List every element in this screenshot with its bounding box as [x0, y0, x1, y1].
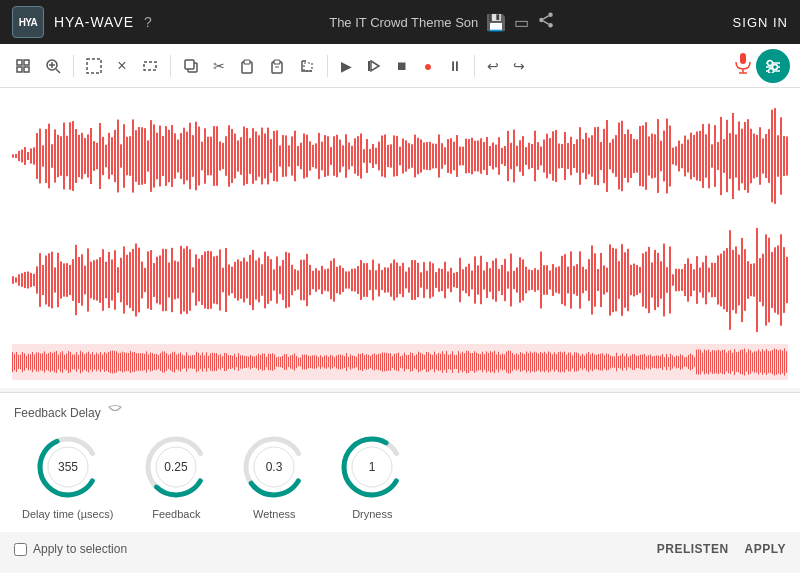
copy-button[interactable] [178, 52, 204, 80]
waveform-track-top[interactable] [12, 96, 788, 216]
dryness-label: Dryness [352, 508, 392, 520]
apply-button[interactable]: APPLY [745, 542, 786, 556]
track-title: The IT Crowd Theme Son [329, 15, 478, 30]
svg-rect-6 [24, 60, 29, 65]
select-region-button[interactable] [137, 52, 163, 80]
knob-dryness: 1 Dryness [337, 432, 407, 520]
waveform-container [0, 88, 800, 388]
svg-line-10 [56, 69, 60, 73]
svg-point-1 [540, 18, 545, 23]
dryness-knob[interactable]: 1 [337, 432, 407, 502]
zoom-in-button[interactable] [40, 52, 66, 80]
help-icon[interactable]: ? [144, 14, 152, 30]
svg-rect-13 [87, 59, 101, 73]
apply-to-selection-label: Apply to selection [33, 542, 127, 556]
microphone-button[interactable] [734, 52, 752, 79]
svg-text:0.25: 0.25 [165, 460, 189, 474]
share-icon[interactable] [537, 11, 555, 33]
feedback-label: Feedback [152, 508, 200, 520]
waveform-track-bottom[interactable] [12, 220, 788, 340]
crop-button[interactable] [294, 52, 320, 80]
apply-to-selection-checkbox[interactable] [14, 543, 27, 556]
divider-4 [474, 55, 475, 77]
svg-rect-20 [274, 60, 280, 64]
sign-in-button[interactable]: SIGN IN [733, 15, 788, 30]
knob-feedback: 0.25 Feedback [141, 432, 211, 520]
divider-2 [170, 55, 171, 77]
export-icon[interactable]: ▭ [514, 13, 529, 32]
svg-text:0.3: 0.3 [266, 460, 283, 474]
redo-button[interactable]: ↪ [508, 52, 530, 80]
play-selection-button[interactable] [361, 52, 387, 80]
svg-point-2 [549, 23, 554, 28]
pause-button[interactable]: ⏸ [443, 52, 467, 80]
knobs-row: 355 Delay time (µsecs) 0.25 Feedback 0.3… [14, 432, 786, 520]
apply-to-selection-row: Apply to selection [14, 542, 127, 556]
waveform-overview[interactable] [12, 344, 788, 380]
header-right: SIGN IN [733, 15, 788, 30]
select-all-button[interactable] [81, 52, 107, 80]
svg-rect-25 [740, 53, 746, 64]
prelisten-button[interactable]: PRELISTEN [657, 542, 729, 556]
record-button[interactable]: ● [417, 52, 439, 80]
paste-button[interactable] [234, 52, 260, 80]
action-buttons: PRELISTEN APPLY [657, 542, 786, 556]
panel-title: Feedback Delay [14, 403, 786, 422]
svg-rect-7 [17, 67, 22, 72]
app-name: HYA-WAVE [54, 14, 134, 30]
svg-point-33 [769, 68, 774, 73]
wetness-label: Wetness [253, 508, 296, 520]
undo-button[interactable]: ↩ [482, 52, 504, 80]
zoom-out-button[interactable] [10, 52, 36, 80]
logo-box: HYA [12, 6, 44, 38]
svg-rect-5 [17, 60, 22, 65]
wetness-knob[interactable]: 0.3 [239, 432, 309, 502]
delay-time-knob[interactable]: 355 [33, 432, 103, 502]
panel-title-text: Feedback Delay [14, 406, 101, 420]
svg-line-4 [544, 16, 549, 19]
play-button[interactable]: ▶ [335, 52, 357, 80]
eq-button[interactable] [756, 49, 790, 83]
logo-text: HYA [19, 17, 38, 28]
svg-line-3 [544, 21, 549, 24]
deselect-button[interactable]: × [111, 52, 133, 80]
svg-rect-8 [24, 67, 29, 72]
toolbar: × ✂ ▶ ⏹ ● ⏸ ↩ ↪ [0, 44, 800, 88]
svg-rect-16 [185, 60, 194, 69]
paste2-button[interactable] [264, 52, 290, 80]
header: HYA HYA-WAVE ? The IT Crowd Theme Son 💾 … [0, 0, 800, 44]
header-center: The IT Crowd Theme Son 💾 ▭ [329, 11, 555, 33]
divider-3 [327, 55, 328, 77]
divider-1 [73, 55, 74, 77]
cut-button[interactable]: ✂ [208, 52, 230, 80]
delay-time-label: Delay time (µsecs) [22, 508, 113, 520]
svg-point-0 [549, 13, 554, 18]
svg-rect-14 [144, 62, 156, 70]
stop-button[interactable]: ⏹ [391, 52, 413, 80]
bottom-bar: Apply to selection PRELISTEN APPLY [0, 532, 800, 562]
knob-wetness: 0.3 Wetness [239, 432, 309, 520]
effects-panel: Feedback Delay 355 Delay time (µsecs) 0.… [0, 392, 800, 532]
svg-rect-18 [244, 60, 250, 64]
svg-marker-23 [371, 61, 379, 71]
feedback-knob[interactable]: 0.25 [141, 432, 211, 502]
svg-rect-24 [368, 61, 370, 71]
panel-toggle-icon[interactable] [107, 403, 123, 422]
svg-point-31 [768, 60, 773, 65]
knob-delay-time: 355 Delay time (µsecs) [22, 432, 113, 520]
header-left: HYA HYA-WAVE ? [12, 6, 152, 38]
svg-text:355: 355 [58, 460, 78, 474]
svg-rect-22 [304, 63, 312, 71]
svg-text:1: 1 [369, 460, 376, 474]
save-icon[interactable]: 💾 [486, 13, 506, 32]
